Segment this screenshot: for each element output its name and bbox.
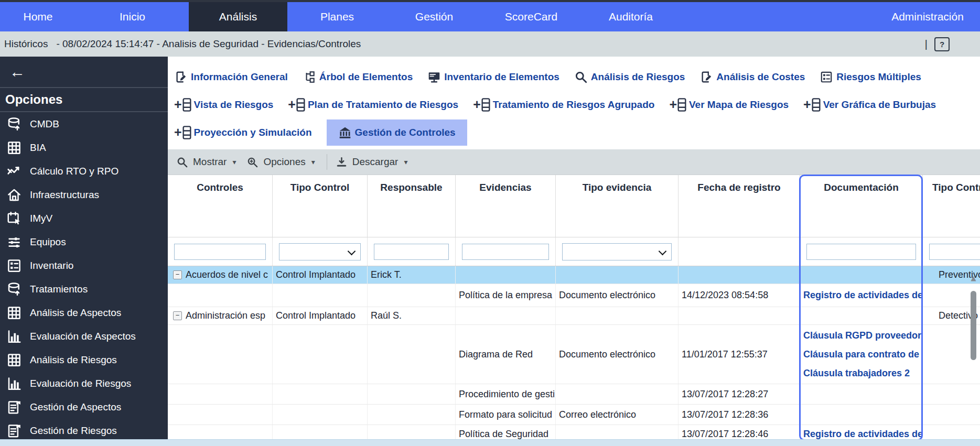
table-column-icon (296, 98, 305, 112)
sidebar-item-bia[interactable]: BIA (0, 136, 168, 159)
database-upload-icon (6, 116, 22, 132)
sidebar-item-gestion-de-aspectos[interactable]: Gestión de Aspectos (0, 395, 168, 419)
filter-documentacion-input[interactable] (806, 244, 916, 260)
table-row[interactable]: Formato para solicitud Correo electrónic… (168, 405, 980, 425)
tab-inventario-de-elementos[interactable]: Inventario de Elementos (427, 70, 559, 84)
sidebar-item-imyv[interactable]: IMyV (0, 206, 168, 230)
tab-proyeccion-y-simulacion[interactable]: + Proyección y Simulación (174, 126, 312, 139)
table-row[interactable]: Diagrama de Red Documento electrónico 11… (168, 325, 980, 384)
database-upload-icon (6, 281, 22, 297)
collapse-minus-icon[interactable]: − (173, 270, 182, 279)
fecha-cell: 11/01/2017 12:55:37 (679, 325, 800, 384)
tab-analisis-de-costes[interactable]: Análisis de Costes (699, 70, 805, 84)
tab-ver-mapa-de-riesgos[interactable]: + Ver Mapa de Riesgos (669, 98, 789, 112)
sidebar-item-label: Gestión de Aspectos (30, 401, 121, 413)
column-header-tipo-evidencia[interactable]: Tipo evidencia (556, 175, 679, 237)
column-header-responsable[interactable]: Responsable (368, 175, 456, 237)
responsable-cell (368, 405, 456, 425)
table-row[interactable]: − Acuerdos de nivel c Control Implantado… (168, 266, 980, 284)
nav-item-scorecard[interactable]: ScoreCard (481, 2, 581, 31)
tab-ver-grafica-de-burbujas[interactable]: + Ver Gráfica de Burbujas (803, 98, 936, 112)
nav-label: Auditoría (609, 10, 653, 23)
tab-gestion-de-controles[interactable]: Gestión de Controles (327, 119, 467, 146)
sidebar-item-evaluacion-de-riesgos[interactable]: Evaluación de Riesgos (0, 372, 168, 395)
tipo-control-cell (273, 384, 368, 404)
filter-tipo-control-select[interactable] (279, 243, 361, 260)
plus-icon: + (288, 98, 296, 111)
filter-tipo-control-2-input[interactable] (929, 244, 980, 260)
nav-item-planes[interactable]: Planes (287, 2, 387, 31)
nav-item-gestion[interactable]: Gestión (387, 2, 481, 31)
tab-informacion-general[interactable]: Información General (174, 70, 288, 84)
sidebar-item-equipos[interactable]: Equipos (0, 230, 168, 254)
sidebar: ← Opciones CMDB BIA Cálculo RTO y RPO In… (0, 57, 168, 439)
tab-arbol-de-elementos[interactable]: Árbol de Elementos (303, 70, 413, 84)
tab-label: Inventario de Elementos (444, 71, 559, 83)
table-row[interactable]: Política de Seguridad 13/07/2017 12:28:4… (168, 425, 980, 439)
sidebar-item-analisis-de-riesgos[interactable]: Análisis de Riesgos (0, 348, 168, 372)
sidebar-item-inventario[interactable]: Inventario (0, 254, 168, 277)
fecha-cell (679, 307, 800, 324)
sidebar-back-button[interactable]: ← (0, 57, 168, 88)
column-header-controles[interactable]: Controles (168, 175, 273, 237)
plus-icon: + (174, 126, 182, 139)
table-row[interactable]: Procedimiento de gesti 13/07/2017 12:28:… (168, 384, 980, 405)
horizontal-scrollbar-track[interactable] (0, 439, 980, 446)
tab-plan-de-tratamiento-de-riesgos[interactable]: + Plan de Tratamiento de Riesgos (288, 98, 458, 112)
book-edit-icon (174, 70, 188, 84)
sidebar-item-gestion-de-riesgos[interactable]: Gestión de Riesgos (0, 419, 168, 439)
tab-riesgos-multiples[interactable]: Riesgos Múltiples (820, 70, 921, 84)
document-link[interactable]: Registro de actividades de (803, 429, 923, 439)
nav-item-inicio[interactable]: Inicio (76, 2, 189, 31)
tab-label: Análisis de Riesgos (591, 71, 685, 83)
scroll-up-arrow-icon[interactable]: ▲ (968, 266, 979, 282)
table-row[interactable]: − Administración esp Control Implantado … (168, 307, 980, 325)
nav-item-analisis[interactable]: Análisis (189, 2, 287, 31)
document-icon (6, 423, 22, 439)
column-header-tipo-control-2[interactable]: Tipo Control (923, 175, 980, 237)
tab-label: Plan de Tratamiento de Riesgos (308, 99, 458, 111)
sidebar-item-tratamientos[interactable]: Tratamientos (0, 277, 168, 301)
filter-responsable-input[interactable] (374, 244, 449, 260)
sidebar-item-calculo-rto-rpo[interactable]: Cálculo RTO y RPO (0, 159, 168, 183)
document-link[interactable]: Cláusula trabajadores 2 (803, 368, 910, 379)
plus-icon: + (669, 98, 677, 111)
nav-item-home[interactable]: Home (0, 2, 76, 31)
main-nav: Home Inicio Análisis Planes Gestión Scor… (0, 2, 980, 31)
mostrar-dropdown-button[interactable]: Mostrar ▾ (176, 156, 236, 168)
tab-analisis-de-riesgos[interactable]: Análisis de Riesgos (574, 70, 685, 84)
nav-item-auditoria[interactable]: Auditoría (581, 2, 681, 31)
column-header-documentacion[interactable]: Documentación (800, 175, 923, 237)
column-header-evidencias[interactable]: Evidencias (456, 175, 556, 237)
sidebar-item-label: BIA (30, 142, 46, 154)
filter-controles-input[interactable] (174, 244, 266, 260)
collapse-minus-icon[interactable]: − (173, 311, 182, 320)
help-icon[interactable]: ? (934, 37, 950, 51)
vertical-scrollbar[interactable]: ▲ (968, 266, 979, 439)
column-header-fecha-de-registro[interactable]: Fecha de registro (679, 175, 800, 237)
sidebar-item-evaluacion-de-aspectos[interactable]: Evaluación de Aspectos (0, 324, 168, 348)
tab-tratamiento-de-riesgos-agrupado[interactable]: + Tratamiento de Riesgos Agrupado (473, 98, 654, 112)
search-icon (574, 70, 588, 84)
document-link[interactable]: Cláusula RGPD proveedore (803, 330, 923, 341)
caret-down-icon: ▾ (404, 158, 407, 166)
control-group-cell (168, 325, 273, 384)
document-link[interactable]: Registro de actividades de (803, 290, 923, 301)
filter-evidencias-input[interactable] (462, 244, 549, 260)
sidebar-item-analisis-de-aspectos[interactable]: Análisis de Aspectos (0, 301, 168, 324)
table-row[interactable]: Política de la empresa Documento electró… (168, 284, 980, 307)
filter-tipo-evidencia-select[interactable] (562, 243, 672, 260)
document-link[interactable]: Cláusula para contrato de (803, 349, 919, 360)
tab-label: Ver Gráfica de Burbujas (823, 99, 936, 111)
sidebar-item-cmdb[interactable]: CMDB (0, 112, 168, 136)
nav-item-administracion[interactable]: Administración (875, 2, 980, 31)
tab-vista-de-riesgos[interactable]: + Vista de Riesgos (174, 98, 273, 112)
book-edit-icon (699, 70, 713, 84)
opciones-dropdown-button[interactable]: Opciones ▾ (246, 156, 315, 168)
scrollbar-thumb[interactable] (971, 291, 976, 360)
sidebar-item-infraestructuras[interactable]: Infraestructuras (0, 183, 168, 206)
tipo-evidencia-cell: Correo electrónico (556, 405, 679, 425)
column-header-tipo-control[interactable]: Tipo Control (273, 175, 368, 237)
nav-label: Gestión (415, 10, 453, 23)
descargar-dropdown-button[interactable]: Descargar ▾ (336, 156, 408, 168)
